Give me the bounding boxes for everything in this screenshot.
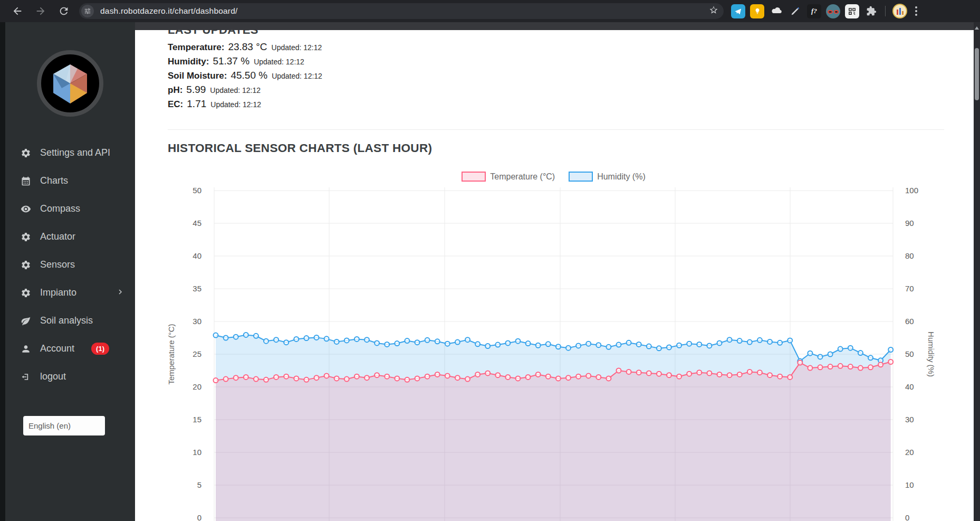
- telegram-extension-icon[interactable]: [731, 4, 745, 18]
- svg-text:80: 80: [905, 251, 914, 260]
- svg-text:0: 0: [905, 513, 909, 521]
- pen-extension-icon[interactable]: [788, 4, 802, 18]
- forward-icon[interactable]: [32, 2, 50, 20]
- site-settings-icon[interactable]: [81, 5, 94, 17]
- main-content: LAST UPDATES Temperature: 23.83 °C Updat…: [135, 22, 974, 521]
- calendar-icon: [20, 175, 32, 187]
- scrollbar[interactable]: [974, 22, 980, 521]
- svg-text:15: 15: [193, 415, 201, 424]
- avatar-extension-icon[interactable]: [826, 4, 840, 18]
- scrollbar-thumb[interactable]: [975, 48, 979, 100]
- sidebar-item-label: Account: [40, 343, 74, 354]
- sidebar-item-charts[interactable]: Charts: [0, 167, 135, 195]
- svg-text:30: 30: [905, 415, 914, 424]
- browser-window: dash.robotdazero.it/chart/dashboard/ f?: [0, 0, 980, 521]
- svg-text:50: 50: [905, 349, 914, 358]
- cube-logo-icon: [50, 62, 90, 105]
- leaf-icon: [20, 315, 32, 327]
- gear-icon: [20, 231, 32, 243]
- chevron-right-icon: [116, 288, 124, 298]
- cloud-extension-icon[interactable]: [769, 4, 783, 18]
- sidebar-nav: Settings and API Charts Compass Actuator…: [0, 139, 135, 391]
- sidebar-item-sensors[interactable]: Sensors: [0, 251, 135, 279]
- sidebar-item-soil-analysis[interactable]: Soil analysis: [0, 307, 135, 335]
- eye-icon: [20, 203, 32, 215]
- qr-extension-icon[interactable]: [845, 4, 859, 18]
- svg-text:10: 10: [193, 448, 201, 457]
- sidebar-item-label: Compass: [40, 203, 80, 214]
- svg-text:60: 60: [905, 317, 914, 326]
- url-text[interactable]: dash.robotdazero.it/chart/dashboard/: [100, 6, 238, 16]
- legend-item-humidity[interactable]: Humidity (%): [569, 172, 646, 182]
- svg-text:50: 50: [193, 186, 201, 195]
- notification-badge: (1): [91, 343, 109, 355]
- gear-icon: [20, 259, 32, 271]
- sidebar-item-logout[interactable]: logout: [0, 363, 135, 391]
- svg-text:0: 0: [197, 513, 201, 521]
- legend-label: Humidity (%): [597, 172, 646, 182]
- gear-icon: [20, 287, 32, 299]
- svg-text:40: 40: [905, 382, 914, 391]
- sidebar-item-label: Sensors: [40, 259, 75, 270]
- language-select[interactable]: English (en): [23, 416, 105, 435]
- extensions-row: f?: [731, 0, 917, 22]
- svg-text:20: 20: [905, 448, 914, 457]
- browser-menu-icon[interactable]: [915, 6, 917, 16]
- svg-text:25: 25: [193, 349, 201, 358]
- lamp-extension-icon[interactable]: [750, 4, 764, 18]
- fx-extension-icon[interactable]: f?: [807, 4, 821, 18]
- sensor-line-chart: 5010045904080357030602550204015301020510…: [135, 22, 974, 521]
- sidebar-item-label: logout: [40, 371, 66, 382]
- sidebar-item-compass[interactable]: Compass: [0, 195, 135, 223]
- sidebar-item-settings-api[interactable]: Settings and API: [0, 139, 135, 167]
- svg-text:45: 45: [193, 219, 201, 228]
- legend-item-temperature[interactable]: Temperature (°C): [462, 172, 555, 182]
- bookmark-star-icon[interactable]: [709, 5, 718, 17]
- language-value: English (en): [28, 421, 71, 430]
- svg-text:90: 90: [905, 219, 914, 228]
- chart-legend: Temperature (°C) Humidity (%): [214, 172, 893, 182]
- sidebar-item-label: Impianto: [40, 287, 76, 298]
- svg-text:70: 70: [905, 284, 914, 293]
- sidebar-item-impianto[interactable]: Impianto: [0, 279, 135, 307]
- app-logo[interactable]: [37, 50, 103, 117]
- sidebar-item-label: Settings and API: [40, 147, 110, 158]
- temperature-swatch: [462, 172, 486, 182]
- back-icon[interactable]: [8, 2, 26, 20]
- svg-text:10: 10: [905, 480, 914, 489]
- svg-text:35: 35: [193, 284, 201, 293]
- sidebar-item-label: Charts: [40, 175, 68, 186]
- svg-text:Temperature (°C): Temperature (°C): [167, 324, 176, 384]
- humidity-swatch: [569, 172, 593, 182]
- legend-label: Temperature (°C): [490, 172, 555, 182]
- page-navbar-strip: [135, 22, 974, 30]
- reload-icon[interactable]: [55, 2, 73, 20]
- svg-text:20: 20: [193, 382, 201, 391]
- glasses-icon: [828, 10, 839, 14]
- svg-text:Humidity (%): Humidity (%): [927, 331, 936, 377]
- logout-icon: [20, 371, 32, 383]
- sidebar-item-label: Actuator: [40, 231, 75, 242]
- gear-icon: [20, 147, 32, 159]
- sidebar-item-actuator[interactable]: Actuator: [0, 223, 135, 251]
- browser-toolbar: dash.robotdazero.it/chart/dashboard/ f?: [0, 0, 980, 22]
- toolbar-divider: [885, 6, 886, 16]
- sidebar-item-account[interactable]: Account (1): [0, 335, 135, 363]
- svg-text:30: 30: [193, 317, 201, 326]
- extensions-puzzle-icon[interactable]: [864, 4, 878, 18]
- svg-text:40: 40: [193, 251, 201, 260]
- scrollbar-up-arrow-icon[interactable]: [975, 26, 979, 30]
- user-icon: [20, 343, 32, 355]
- profile-avatar[interactable]: [892, 4, 907, 18]
- address-bar[interactable]: dash.robotdazero.it/chart/dashboard/: [79, 3, 724, 19]
- sidebar: Settings and API Charts Compass Actuator…: [0, 22, 135, 521]
- sidebar-item-label: Soil analysis: [40, 315, 93, 326]
- svg-text:100: 100: [905, 186, 918, 195]
- svg-text:5: 5: [197, 480, 201, 489]
